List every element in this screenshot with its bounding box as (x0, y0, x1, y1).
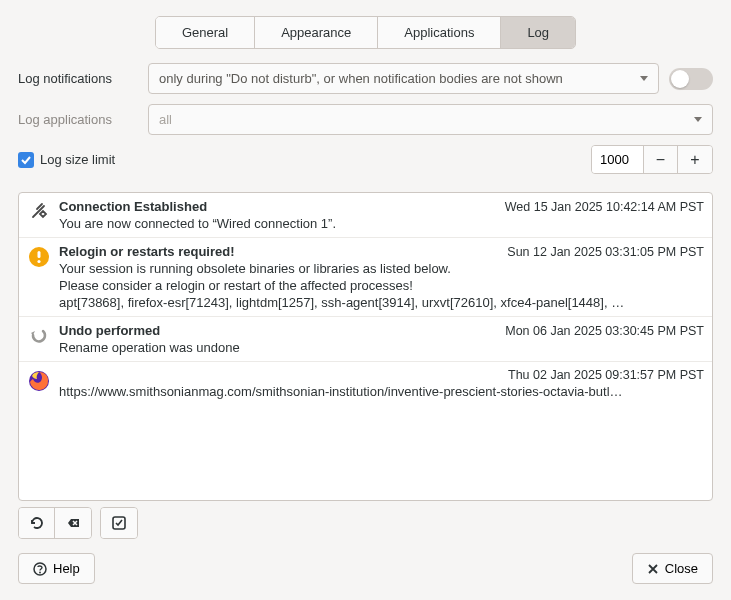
log-entry-text: You are now connected to “Wired connecti… (59, 216, 704, 231)
tab-general[interactable]: General (156, 17, 255, 48)
log-size-limit-label: Log size limit (40, 152, 115, 167)
log-entry-time: Thu 02 Jan 2025 09:31:57 PM PST (508, 368, 704, 382)
decrement-button[interactable]: − (644, 146, 678, 173)
tab-appearance[interactable]: Appearance (255, 17, 378, 48)
clear-icon (65, 515, 81, 531)
log-notifications-select[interactable]: only during "Do not disturb", or when no… (148, 63, 659, 94)
log-entry-detail: apt[73868], firefox-esr[71243], lightdm[… (59, 295, 704, 310)
log-notifications-label: Log notifications (18, 71, 138, 86)
log-entry-time: Sun 12 Jan 2025 03:31:05 PM PST (507, 245, 704, 259)
svg-point-2 (37, 260, 40, 263)
close-label: Close (665, 561, 698, 576)
tab-applications[interactable]: Applications (378, 17, 501, 48)
close-icon (647, 563, 659, 575)
chevron-down-icon (694, 117, 702, 122)
chevron-down-icon (640, 76, 648, 81)
check-icon (20, 154, 32, 166)
log-notifications-value: only during "Do not disturb", or when no… (159, 71, 563, 86)
log-applications-select[interactable]: all (148, 104, 713, 135)
log-entry-time: Wed 15 Jan 2025 10:42:14 AM PST (505, 200, 704, 214)
tab-log[interactable]: Log (501, 17, 575, 48)
log-size-limit-input[interactable] (592, 146, 644, 173)
log-notifications-toggle[interactable] (669, 68, 713, 90)
log-entry-emph: Please consider a relogin or restart of … (59, 278, 704, 293)
log-entry-title: Undo performed (59, 323, 160, 338)
log-entry-text: Your session is running obsolete binarie… (59, 261, 704, 276)
dialog-footer: Help Close (18, 553, 713, 584)
clear-button[interactable] (55, 508, 91, 538)
log-entry-text: Rename operation was undone (59, 340, 704, 355)
plug-icon (27, 201, 51, 231)
checkbox-icon (111, 515, 127, 531)
log-list[interactable]: Connection Established Wed 15 Jan 2025 1… (18, 192, 713, 501)
log-entry-text: https://www.smithsonianmag.com/smithsoni… (59, 384, 704, 399)
close-button[interactable]: Close (632, 553, 713, 584)
undo-icon (27, 325, 51, 355)
refresh-button[interactable] (19, 508, 55, 538)
log-applications-label: Log applications (18, 112, 138, 127)
warning-icon (27, 246, 51, 310)
tab-bar: General Appearance Applications Log (18, 16, 713, 49)
help-icon (33, 562, 47, 576)
log-applications-value: all (159, 112, 172, 127)
firefox-icon (27, 370, 51, 399)
log-size-limit-checkbox[interactable] (18, 152, 34, 168)
log-entry-time: Mon 06 Jan 2025 03:30:45 PM PST (505, 324, 704, 338)
log-toolbar (18, 507, 713, 539)
log-entry[interactable]: Thu 02 Jan 2025 09:31:57 PM PST https://… (19, 362, 712, 405)
log-entry-title: Connection Established (59, 199, 207, 214)
log-entry[interactable]: Connection Established Wed 15 Jan 2025 1… (19, 193, 712, 238)
svg-point-6 (39, 571, 41, 573)
log-entry-title: Relogin or restarts required! (59, 244, 235, 259)
help-button[interactable]: Help (18, 553, 95, 584)
refresh-icon (29, 515, 45, 531)
log-size-limit-spinner: − + (591, 145, 713, 174)
mark-read-button[interactable] (101, 508, 137, 538)
log-entry[interactable]: Undo performed Mon 06 Jan 2025 03:30:45 … (19, 317, 712, 362)
increment-button[interactable]: + (678, 146, 712, 173)
log-entry[interactable]: Relogin or restarts required! Sun 12 Jan… (19, 238, 712, 317)
svg-rect-1 (38, 251, 41, 258)
help-label: Help (53, 561, 80, 576)
